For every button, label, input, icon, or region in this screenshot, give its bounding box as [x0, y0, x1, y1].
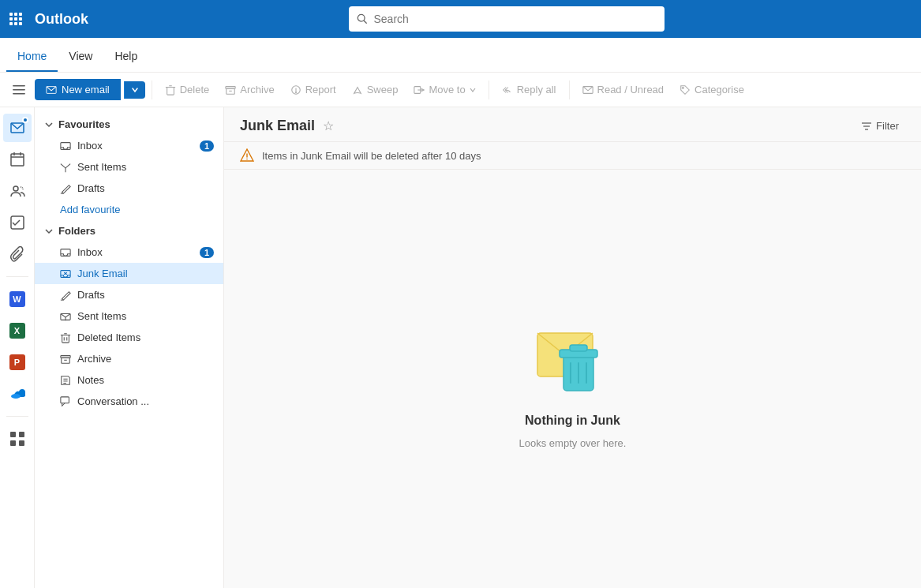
sweep-button[interactable]: Sweep: [346, 80, 405, 99]
menu-tab-home[interactable]: Home: [6, 43, 58, 72]
email-panel-title: Junk Email: [240, 118, 315, 134]
main-content: W X P: [0, 107, 921, 588]
search-input[interactable]: [374, 13, 657, 25]
report-button[interactable]: Report: [284, 80, 343, 99]
add-favourite-link[interactable]: Add favourite: [35, 199, 223, 220]
fav-inbox[interactable]: Inbox 1: [35, 135, 223, 156]
toolbar-divider: [152, 81, 152, 99]
folder-drafts[interactable]: Drafts: [35, 284, 223, 305]
svg-line-1: [364, 21, 366, 23]
empty-title: Nothing in Junk: [525, 414, 620, 428]
calendar-icon: [9, 152, 25, 167]
apps-icon: [10, 432, 24, 446]
sidebar-icon-mail[interactable]: [3, 114, 32, 142]
empty-state: Nothing in Junk Looks empty over here.: [224, 170, 921, 588]
sidebar-icon-excel[interactable]: X: [3, 316, 32, 345]
filter-button[interactable]: Filter: [855, 117, 905, 135]
excel-icon: X: [9, 323, 25, 339]
icon-sidebar: W X P: [0, 107, 35, 588]
collapse-folders-icon: [44, 227, 54, 236]
people-icon: [9, 183, 25, 199]
svg-point-24: [13, 186, 18, 191]
new-email-dropdown-button[interactable]: [124, 81, 145, 99]
svg-point-14: [295, 91, 296, 92]
svg-rect-29: [10, 440, 16, 446]
svg-point-18: [683, 87, 684, 88]
sidebar-icon-word[interactable]: W: [3, 285, 32, 313]
collapse-icon: [44, 120, 54, 129]
svg-rect-27: [10, 432, 16, 437]
reply-all-button[interactable]: Reply all: [496, 80, 563, 99]
inbox-icon: [60, 140, 71, 152]
empty-subtitle: Looks empty over here.: [519, 437, 627, 449]
menu-tab-help[interactable]: Help: [103, 43, 148, 72]
archive-folder-icon: [60, 354, 71, 365]
folder-inbox-badge: 1: [200, 247, 214, 258]
topbar: Outlook: [0, 0, 921, 38]
sidebar-icon-onedrive[interactable]: [3, 380, 32, 408]
deleted-icon: [60, 332, 71, 343]
folder-inbox[interactable]: Inbox 1: [35, 242, 223, 263]
sidebar-icon-tasks[interactable]: [3, 208, 32, 237]
folder-junk[interactable]: Junk Email: [35, 263, 223, 284]
hamburger-button[interactable]: [6, 80, 32, 100]
menu-tab-view[interactable]: View: [58, 43, 103, 72]
move-to-button[interactable]: Move to: [407, 80, 481, 99]
warning-banner: Items in Junk Email will be deleted afte…: [224, 142, 921, 170]
drafts-icon: [60, 183, 71, 194]
report-icon: [290, 84, 301, 96]
favourites-header[interactable]: Favourites: [35, 114, 223, 135]
svg-rect-28: [19, 432, 24, 437]
svg-rect-30: [19, 440, 24, 446]
svg-rect-52: [61, 396, 69, 403]
folder-archive[interactable]: Archive: [35, 348, 223, 369]
svg-rect-2: [13, 85, 25, 87]
sweep-icon: [352, 84, 363, 96]
svg-point-26: [11, 394, 21, 399]
read-unread-button[interactable]: Read / Unread: [576, 80, 671, 99]
empty-illustration: [526, 309, 620, 404]
svg-rect-41: [62, 335, 69, 343]
archive-icon: [225, 84, 236, 96]
drafts-edit-icon: [60, 290, 71, 301]
onedrive-icon: [9, 388, 25, 399]
search-icon: [357, 13, 368, 24]
apps-grid-icon[interactable]: [9, 13, 22, 25]
sidebar-icon-powerpoint[interactable]: P: [3, 348, 32, 376]
envelope-icon: [46, 84, 57, 96]
categorise-button[interactable]: Categorise: [673, 80, 751, 99]
svg-rect-4: [13, 93, 25, 95]
sidebar-icon-calendar[interactable]: [3, 145, 32, 174]
fav-drafts[interactable]: Drafts: [35, 178, 223, 199]
archive-button[interactable]: Archive: [219, 80, 280, 99]
delete-button[interactable]: Delete: [159, 80, 216, 99]
sidebar-divider-2: [6, 416, 28, 417]
move-icon: [414, 84, 425, 96]
sidebar-icon-attachments[interactable]: [3, 240, 32, 268]
fav-sent[interactable]: Sent Items: [35, 156, 223, 178]
toolbar-divider-3: [569, 81, 570, 99]
sidebar-icon-apps[interactable]: [3, 425, 32, 453]
read-unread-icon: [582, 84, 593, 96]
folders-header[interactable]: Folders: [35, 220, 223, 242]
svg-rect-20: [11, 154, 24, 166]
svg-rect-6: [167, 87, 174, 95]
folder-sent[interactable]: Sent Items: [35, 305, 223, 327]
inbox-icon: [60, 247, 71, 258]
star-icon[interactable]: ☆: [323, 118, 334, 133]
mail-badge: [22, 117, 28, 123]
sidebar-icon-people[interactable]: [3, 177, 32, 205]
toolbar: New email Delete Archive Report: [0, 73, 921, 107]
menubar: Home View Help: [0, 38, 921, 73]
svg-rect-31: [61, 142, 70, 149]
folder-panel: Favourites Inbox 1 Sent Items Drafts: [35, 107, 224, 588]
filter-icon: [861, 121, 872, 132]
dropdown-arrow-icon: [470, 87, 476, 93]
notes-icon: [60, 375, 71, 386]
folder-notes[interactable]: Notes: [35, 369, 223, 391]
tasks-icon: [9, 215, 25, 230]
app-title: Outlook: [35, 11, 88, 28]
new-email-button[interactable]: New email: [35, 79, 121, 100]
folder-deleted[interactable]: Deleted Items: [35, 327, 223, 348]
folder-conversation[interactable]: Conversation ...: [35, 391, 223, 412]
